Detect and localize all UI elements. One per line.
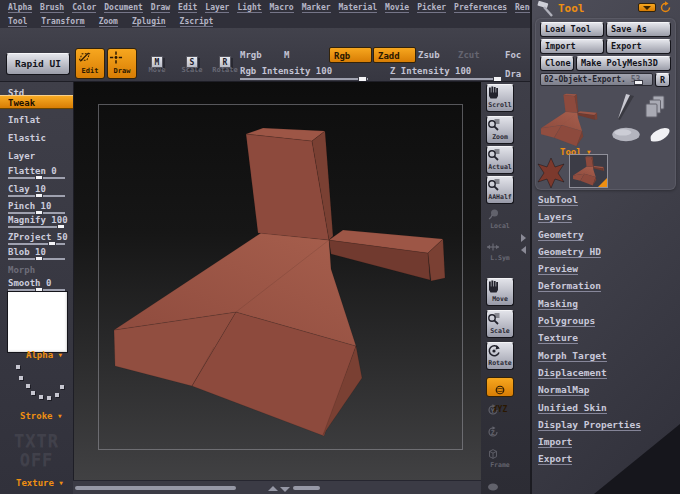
scroll-shelf-button[interactable]: Scroll: [486, 84, 514, 112]
menu-item-preferences[interactable]: Preferences: [454, 3, 507, 13]
rotate-shelf-button[interactable]: Rotate: [486, 342, 514, 370]
tool-menu-unified-skin[interactable]: Unified Skin: [538, 399, 641, 416]
menu-item-material[interactable]: Material: [339, 3, 378, 13]
foc-toggle[interactable]: Foc: [505, 47, 521, 63]
sidebar-item-elastic[interactable]: Elastic: [0, 133, 73, 149]
slider-thumb[interactable]: [48, 241, 56, 246]
rot-y-shelf-button[interactable]: Y: [486, 403, 514, 417]
sidebar-item-flatten-0[interactable]: Flatten 0: [0, 166, 73, 182]
z-intensityslider[interactable]: Z Intensity 100: [390, 66, 500, 82]
menu-item-color[interactable]: Color: [72, 3, 96, 13]
slider-thumb[interactable]: [35, 193, 43, 198]
menu-item-light[interactable]: Light: [237, 3, 261, 13]
gray-blob-tool-icon[interactable]: [610, 125, 642, 144]
aahalf-shelf-button[interactable]: AAHalf: [486, 176, 514, 204]
blob-shelf-button[interactable]: [486, 480, 514, 494]
rot-z-shelf-button[interactable]: Z: [486, 425, 514, 439]
palette-dropdown-button[interactable]: [638, 3, 656, 12]
rgb-intensityslider[interactable]: Rgb Intensity 100: [240, 66, 368, 82]
menu-item-draw[interactable]: Draw: [151, 3, 170, 13]
import-button[interactable]: Import: [540, 39, 604, 54]
rapid-ui-button[interactable]: Rapid UI: [6, 53, 70, 75]
menu-item-alpha[interactable]: Alpha: [8, 3, 32, 13]
hscroll-bar-right[interactable]: [293, 486, 320, 490]
selected-tool-thumbnail[interactable]: [569, 154, 608, 188]
zoom-shelf-button[interactable]: Zoom: [486, 116, 514, 144]
menu-item-marker[interactable]: Marker: [302, 3, 331, 13]
r-button[interactable]: R: [655, 73, 670, 87]
tool-menu-layers[interactable]: Layers: [538, 208, 641, 225]
tray-divider-handle[interactable]: [521, 234, 528, 256]
alpha-preview-swatch[interactable]: [8, 292, 67, 352]
viewport-3d-scene[interactable]: [74, 82, 482, 480]
menu-item-render[interactable]: Render: [515, 3, 530, 13]
menu-item-zoom[interactable]: Zoom: [99, 17, 118, 27]
tool-menu-preview[interactable]: Preview: [538, 260, 641, 277]
scroll-down-arrow-icon[interactable]: [280, 487, 290, 492]
clone-button[interactable]: Clone: [540, 56, 574, 71]
move-shelf-button[interactable]: Move: [486, 278, 514, 306]
menu-item-document[interactable]: Document: [104, 3, 143, 13]
slider-thumb[interactable]: [35, 256, 43, 261]
l-sym-shelf-button[interactable]: L.Sym: [486, 240, 514, 262]
save-as-button[interactable]: Save As: [606, 22, 671, 37]
frame-shelf-button[interactable]: Frame: [486, 447, 514, 469]
tool-menu-texture[interactable]: Texture: [538, 329, 641, 346]
zcut-toggle[interactable]: Zcut: [458, 47, 480, 63]
tool-menu-masking[interactable]: Masking: [538, 295, 641, 312]
slider-thumb[interactable]: [35, 175, 43, 180]
pick-tool-icon[interactable]: [612, 93, 636, 121]
menu-item-layer[interactable]: Layer: [205, 3, 229, 13]
menu-item-brush[interactable]: Brush: [40, 3, 64, 13]
white-blob-tool-icon[interactable]: [648, 125, 672, 145]
slider-thumb[interactable]: [57, 224, 65, 229]
sidebar-item-tweak[interactable]: Tweak: [0, 95, 73, 109]
scale-mode-button[interactable]: S Scale: [177, 48, 207, 79]
move-mode-button[interactable]: M Move: [142, 48, 172, 79]
tool-menu-geometry-hd[interactable]: Geometry HD: [538, 243, 641, 260]
stroke-flyout-label[interactable]: Stroke ▼: [20, 411, 62, 421]
menu-item-edit[interactable]: Edit: [178, 3, 197, 13]
menu-item-tool[interactable]: Tool: [8, 17, 27, 27]
sidebar-item-magnify-100[interactable]: Magnify 100: [0, 215, 73, 231]
scroll-up-arrow-icon[interactable]: [268, 486, 278, 491]
xyz-shelf-button[interactable]: XYZ: [486, 377, 514, 397]
sidebar-item-inflat[interactable]: Inflat: [0, 115, 73, 131]
active-tool-slider[interactable]: 02-Objekt-Export. 53: [540, 73, 653, 86]
tool-menu-subtool[interactable]: SubTool: [538, 191, 641, 208]
make-polymesh3d-button[interactable]: Make PolyMesh3D: [576, 56, 671, 71]
export-button[interactable]: Export: [606, 39, 671, 54]
zsub-toggle[interactable]: Zsub: [418, 47, 440, 63]
scale-shelf-button[interactable]: Scale: [486, 310, 514, 338]
current-tool-thumbnail[interactable]: [538, 91, 600, 149]
load-tool-button[interactable]: Load Tool: [540, 22, 604, 37]
document-canvas[interactable]: [73, 82, 481, 480]
tool-menu-normalmap[interactable]: NormalMap: [538, 381, 641, 398]
mrgb-toggle[interactable]: Mrgb: [240, 47, 262, 63]
tool-menu-geometry[interactable]: Geometry: [538, 226, 641, 243]
sidebar-item-blob-10[interactable]: Blob 10: [0, 247, 73, 263]
tool-menu-polygroups[interactable]: Polygroups: [538, 312, 641, 329]
sidebar-item-clay-10[interactable]: Clay 10: [0, 184, 73, 200]
tool-menu-displacement[interactable]: Displacement: [538, 364, 641, 381]
texture-flyout-label[interactable]: Texture ▼: [16, 478, 63, 488]
sidebar-item-layer[interactable]: Layer: [0, 151, 73, 167]
menu-item-zplugin[interactable]: Zplugin: [132, 17, 166, 27]
hscroll-bar-left[interactable]: [75, 486, 236, 490]
menu-item-macro[interactable]: Macro: [270, 3, 294, 13]
sidebar-item-zproject-50[interactable]: ZProject 50: [0, 232, 73, 248]
zadd-toggle[interactable]: Zadd: [373, 47, 416, 63]
edit-mode-button[interactable]: Edit: [75, 48, 105, 79]
draw-mode-button[interactable]: Draw: [107, 48, 137, 79]
actual-shelf-button[interactable]: Actual: [486, 146, 514, 174]
restore-configuration-icon[interactable]: [659, 1, 672, 14]
rgb-toggle[interactable]: Rgb: [329, 47, 372, 63]
rotate-mode-button[interactable]: R Rotate: [210, 48, 240, 79]
layers-stack-icon[interactable]: [644, 95, 668, 121]
alpha-flyout-label[interactable]: Alpha ▼: [26, 350, 62, 360]
tool-menu-deformation[interactable]: Deformation: [538, 277, 641, 294]
menu-item-movie[interactable]: Movie: [385, 3, 409, 13]
slider-thumb[interactable]: [634, 80, 643, 85]
local-shelf-button[interactable]: Local: [486, 208, 514, 230]
m-toggle[interactable]: M: [284, 47, 289, 63]
